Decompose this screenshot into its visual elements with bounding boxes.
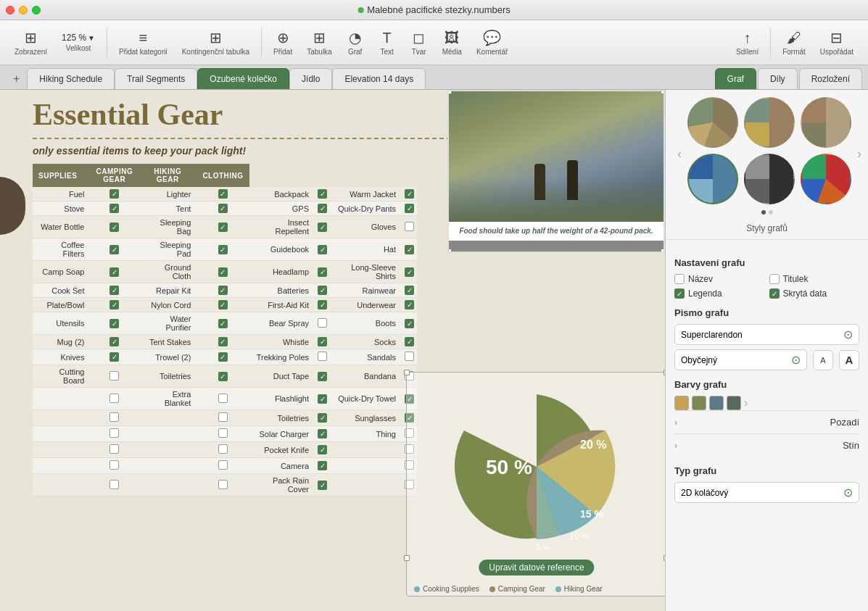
tab-jidlo[interactable]: Jídlo xyxy=(289,68,332,89)
chart-style-5[interactable] xyxy=(744,154,795,204)
add-sheet-button[interactable]: + xyxy=(6,68,27,89)
table-row: Water Bottle✓Sleeping Bag✓Insect Repelle… xyxy=(33,216,417,238)
chart-style-4[interactable] xyxy=(687,154,738,204)
chart-style-2[interactable] xyxy=(744,97,795,148)
tab-trail-segments[interactable]: Trail Segments xyxy=(115,68,197,89)
font-size-small-btn[interactable]: A xyxy=(813,350,833,370)
minimize-button[interactable] xyxy=(19,6,28,14)
chart-button[interactable]: ◔ Graf xyxy=(341,26,370,59)
arrange-button[interactable]: ⊟ Uspořádat xyxy=(814,26,859,59)
chart-handle-tr[interactable] xyxy=(664,370,665,375)
edit-refs-button[interactable]: Upravit datové reference xyxy=(479,560,594,575)
title-checkbox[interactable] xyxy=(674,274,685,284)
header-checkbox[interactable] xyxy=(769,274,780,284)
size-button[interactable]: 125 % ▼ Velikost xyxy=(56,30,101,55)
tab-ozubene-kolecko[interactable]: Ozubené kolečko xyxy=(197,68,289,89)
color-swatch-2[interactable] xyxy=(692,396,706,410)
comment-icon: 💬 xyxy=(483,29,501,46)
table-row: Pocket Knife✓ xyxy=(33,442,417,458)
font-large-label: A xyxy=(846,354,853,366)
settings-grid: Název Titulek ✓ Legenda ✓ Skrytá data xyxy=(674,274,859,299)
comment-button[interactable]: 💬 Komentář xyxy=(471,26,513,59)
shadow-header[interactable]: › Stín xyxy=(674,440,859,451)
chart-type-arrow: ⊙ xyxy=(843,486,853,499)
font-style-select[interactable]: Obyčejný ⊙ xyxy=(674,349,807,370)
chart-styles-nav: ‹ › xyxy=(674,97,859,210)
table-row: Knives✓Trowel (2)✓Trekking PolesSandals xyxy=(33,349,417,365)
selection-handle-bl[interactable] xyxy=(447,249,452,253)
color-more-arrow[interactable]: › xyxy=(744,396,748,410)
font-size-large-btn[interactable]: A xyxy=(839,350,859,370)
chart-handle-bl[interactable] xyxy=(404,555,410,561)
title-checkbox-row[interactable]: Název xyxy=(674,274,765,284)
background-header[interactable]: › Pozadí xyxy=(674,417,859,428)
view-button[interactable]: ⊞ Zobrazení xyxy=(9,26,53,59)
chart-type-select[interactable]: 2D koláčový ⊙ xyxy=(674,482,859,503)
format-button[interactable]: 🖌 Formát xyxy=(777,27,811,59)
chart-type-title: Typ grafu xyxy=(674,465,859,476)
view-icon: ⊞ xyxy=(25,29,37,46)
hidden-data-checkbox[interactable]: ✓ xyxy=(769,288,780,299)
pie-chart-svg: 50 % 20 % 15 % 10 % 5 % xyxy=(413,373,660,561)
legend-cooking: Cooking Supplies xyxy=(414,585,479,593)
legend-hiking: Hiking Gear xyxy=(555,585,603,593)
table-row: Camp Soap✓Ground Cloth✓Headlamp✓Long-Sle… xyxy=(33,261,417,283)
close-button[interactable] xyxy=(6,6,15,14)
shadow-arrow: › xyxy=(674,441,677,451)
tab-hiking-schedule[interactable]: Hiking Schedule xyxy=(27,68,115,89)
styles-next-arrow[interactable]: › xyxy=(854,146,864,162)
share-icon: ↑ xyxy=(744,30,751,46)
add-button[interactable]: ⊕ Přidat xyxy=(268,26,298,59)
background-label: Pozadí xyxy=(830,417,859,428)
selection-handle-br[interactable] xyxy=(661,249,665,253)
add-category-button[interactable]: ≡ Přidat kategorii xyxy=(113,27,173,59)
styles-prev-arrow[interactable]: ‹ xyxy=(674,146,685,162)
tab-graf[interactable]: Graf xyxy=(715,68,756,89)
text-icon: T xyxy=(383,30,392,46)
hidden-data-checkbox-row[interactable]: ✓ Skrytá data xyxy=(769,288,860,299)
chart-icon: ◔ xyxy=(349,29,361,46)
nav-dot-1 xyxy=(761,210,766,215)
color-swatch-1[interactable] xyxy=(674,396,689,410)
selection-handle-tr[interactable] xyxy=(661,90,665,94)
chart-block[interactable]: 50 % 20 % 15 % 10 % 5 % Upravit datové r… xyxy=(406,372,665,597)
table-header-row: SUPPLIES CAMPING GEAR HIKING GEAR CLOTHI… xyxy=(33,164,417,187)
table-icon: ⊞ xyxy=(313,29,326,46)
chart-legend: Cooking Supplies Camping Gear Hiking Gea… xyxy=(414,585,603,593)
share-button[interactable]: ↑ Sdílení xyxy=(730,27,764,59)
arrange-icon: ⊟ xyxy=(830,29,843,46)
font-name-select[interactable]: Superclarendon ⊙ xyxy=(674,324,859,345)
background-arrow: › xyxy=(674,417,677,428)
chart-type-value: 2D koláčový xyxy=(681,488,728,498)
table-button[interactable]: ⊞ Tabulka xyxy=(301,26,337,59)
header-checkbox-row[interactable]: Titulek xyxy=(769,274,860,284)
tab-elevation[interactable]: Elevation 14 days xyxy=(332,68,426,89)
pivot-button[interactable]: ⊞ Kontingenční tabulka xyxy=(176,26,255,59)
toolbar-divider-2 xyxy=(261,28,262,57)
tab-dily[interactable]: Díly xyxy=(758,68,798,89)
fullscreen-button[interactable] xyxy=(32,6,41,14)
tab-rozlozeni[interactable]: Rozložení xyxy=(799,68,862,89)
chart-style-3[interactable] xyxy=(801,97,851,148)
chart-style-6[interactable] xyxy=(801,154,851,204)
color-swatch-4[interactable] xyxy=(727,396,741,410)
chart-handle-br[interactable] xyxy=(664,555,665,561)
chart-handle-tl[interactable] xyxy=(404,370,410,375)
legend-checkbox[interactable]: ✓ xyxy=(674,288,685,299)
chart-style-1[interactable] xyxy=(687,97,738,148)
table-row: Plate/Bowl✓Nylon Cord✓First-Aid Kit✓Unde… xyxy=(33,298,417,312)
col-supplies: SUPPLIES xyxy=(33,164,90,187)
legend-hiking-dot xyxy=(555,586,561,592)
shadow-section: › Stín xyxy=(674,433,859,457)
media-button[interactable]: 🖼 Média xyxy=(437,27,468,59)
media-icon: 🖼 xyxy=(445,30,459,46)
color-swatch-3[interactable] xyxy=(709,396,724,410)
doc-status-dot xyxy=(357,7,363,13)
chart-nav-dots xyxy=(674,210,859,215)
legend-checkbox-row[interactable]: ✓ Legenda xyxy=(674,288,765,299)
table-row: Cutting BoardToiletries✓Duct Tape✓Bandan… xyxy=(33,365,417,388)
selection-handle-tl[interactable] xyxy=(447,90,452,94)
text-button[interactable]: T Text xyxy=(373,27,402,59)
shape-button[interactable]: ◻ Tvar xyxy=(405,26,434,59)
pivot-icon: ⊞ xyxy=(210,29,222,46)
